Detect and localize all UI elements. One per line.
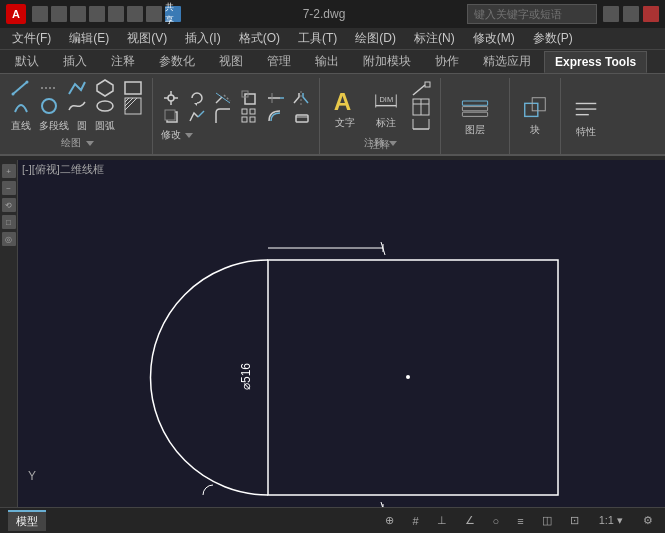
erase-button[interactable] — [289, 108, 313, 124]
tab-annotate[interactable]: 注释 — [100, 49, 146, 73]
line-label-btn[interactable]: 直线 — [8, 118, 34, 134]
share-icon[interactable]: 共享 — [165, 6, 181, 22]
circle-button[interactable] — [36, 98, 62, 114]
copy-button[interactable] — [159, 108, 183, 124]
close-icon[interactable] — [643, 6, 659, 22]
table-button[interactable] — [408, 99, 434, 115]
redo-icon[interactable] — [146, 6, 162, 22]
mirror-button[interactable] — [289, 90, 313, 106]
hatch-button[interactable] — [120, 98, 146, 114]
saveas-icon[interactable] — [89, 6, 105, 22]
ortho-button[interactable]: ⊥ — [433, 513, 451, 528]
array-button[interactable] — [237, 108, 261, 124]
cad-canvas[interactable]: ⌀516 — [18, 160, 665, 507]
tab-insert[interactable]: 插入 — [52, 49, 98, 73]
rotate-icon — [188, 89, 206, 107]
minimize-icon[interactable] — [603, 6, 619, 22]
dim-button[interactable]: DIM 标注 — [367, 81, 405, 133]
modify-dropdown-arrow[interactable] — [185, 133, 193, 138]
snap-button[interactable]: ⊕ — [381, 513, 398, 528]
arc-button[interactable] — [8, 98, 34, 114]
save-icon[interactable] — [70, 6, 86, 22]
menu-format[interactable]: 格式(O) — [231, 28, 288, 49]
workspace-button[interactable]: ⚙ — [639, 513, 657, 528]
lt-btn-4[interactable]: □ — [2, 215, 16, 229]
annotation-scale[interactable]: 1:1 ▾ — [593, 513, 629, 528]
construction-line-button[interactable] — [36, 80, 62, 96]
selection-button[interactable]: ⊡ — [566, 513, 583, 528]
tab-addmodule[interactable]: 附加模块 — [352, 49, 422, 73]
svg-line-10 — [125, 98, 133, 106]
tab-output[interactable]: 输出 — [304, 49, 350, 73]
lt-btn-5[interactable]: ◎ — [2, 232, 16, 246]
tab-manage[interactable]: 管理 — [256, 49, 302, 73]
polygon-button[interactable] — [92, 80, 118, 96]
text-button[interactable]: A 文字 — [326, 81, 364, 133]
annotate-label-text: 注释 — [326, 138, 434, 152]
text-label: 文字 — [335, 117, 355, 128]
block-button[interactable]: 块 — [516, 88, 554, 140]
tab-parametric[interactable]: 参数化 — [148, 49, 206, 73]
lt-btn-1[interactable]: + — [2, 164, 16, 178]
menu-draw[interactable]: 绘图(D) — [347, 28, 404, 49]
properties-button[interactable]: 特性 — [567, 90, 605, 142]
maximize-icon[interactable] — [623, 6, 639, 22]
menu-edit[interactable]: 编辑(E) — [61, 28, 117, 49]
menu-param[interactable]: 参数(P) — [525, 28, 581, 49]
xline-icon — [39, 78, 59, 98]
svg-marker-4 — [97, 80, 113, 96]
lt-btn-2[interactable]: − — [2, 181, 16, 195]
grid-button[interactable]: # — [408, 514, 422, 528]
fillet-button[interactable] — [211, 108, 235, 124]
menu-view[interactable]: 视图(V) — [119, 28, 175, 49]
svg-rect-53 — [462, 112, 487, 116]
arc-label-btn[interactable]: 圆弧 — [92, 118, 118, 134]
fillet-icon — [214, 107, 232, 125]
tab-collab[interactable]: 协作 — [424, 49, 470, 73]
polar-button[interactable]: ∠ — [461, 513, 479, 528]
scale-button[interactable] — [237, 90, 261, 106]
offset-icon — [266, 107, 284, 125]
polyline-label-btn[interactable]: 多段线 — [36, 118, 72, 134]
lineweight-button[interactable]: ≡ — [513, 514, 527, 528]
multileader-button[interactable] — [408, 81, 434, 97]
tab-default[interactable]: 默认 — [4, 49, 50, 73]
osnap-button[interactable]: ○ — [489, 514, 504, 528]
tab-featured[interactable]: 精选应用 — [472, 49, 542, 73]
new-icon[interactable] — [32, 6, 48, 22]
polyline-button[interactable] — [64, 80, 90, 96]
open-icon[interactable] — [51, 6, 67, 22]
rect-button[interactable] — [120, 80, 146, 96]
print-icon[interactable] — [108, 6, 124, 22]
svg-rect-36 — [296, 115, 308, 122]
rotate-button[interactable] — [185, 90, 209, 106]
lt-btn-3[interactable]: ⟲ — [2, 198, 16, 212]
dim-style-button[interactable] — [408, 117, 434, 133]
draw-dropdown-arrow[interactable] — [86, 141, 94, 146]
ellipse-button[interactable] — [92, 98, 118, 114]
menu-tools[interactable]: 工具(T) — [290, 28, 345, 49]
menu-modify[interactable]: 修改(M) — [465, 28, 523, 49]
layer-button[interactable]: 图层 — [447, 88, 503, 140]
search-input[interactable] — [467, 4, 597, 24]
spline-button[interactable] — [64, 98, 90, 114]
block-label: 块 — [530, 124, 540, 135]
stretch-button[interactable] — [185, 108, 209, 124]
circle-label-btn[interactable]: 圆 — [74, 118, 90, 134]
tab-express[interactable]: Express Tools — [544, 51, 647, 73]
draw-group-label[interactable]: 绘图 — [8, 136, 146, 152]
tab-view[interactable]: 视图 — [208, 49, 254, 73]
transparency-button[interactable]: ◫ — [538, 513, 556, 528]
menu-file[interactable]: 文件(F) — [4, 28, 59, 49]
menu-dim[interactable]: 标注(N) — [406, 28, 463, 49]
trim-button[interactable] — [211, 90, 235, 106]
line-button[interactable] — [8, 80, 34, 96]
ribbon-group-annotate: A 文字 DIM 标注 — [322, 78, 441, 154]
offset-button[interactable] — [263, 108, 287, 124]
undo-icon[interactable] — [127, 6, 143, 22]
extend-button[interactable] — [263, 90, 287, 106]
polygon-icon — [95, 78, 115, 98]
move-button[interactable] — [159, 90, 183, 106]
menu-insert[interactable]: 插入(I) — [177, 28, 228, 49]
model-tab[interactable]: 模型 — [8, 510, 46, 531]
